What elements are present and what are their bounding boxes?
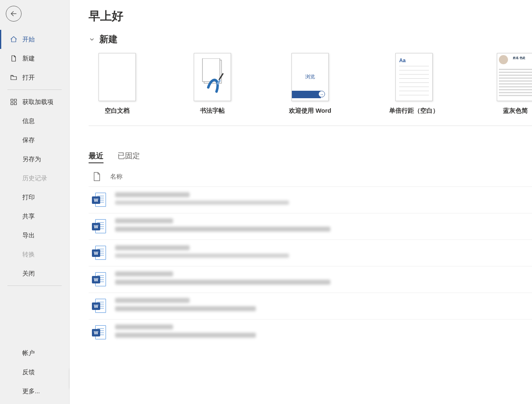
sidebar-item-label: 导出	[22, 232, 35, 239]
template-item[interactable]: 浏览 → 欢迎使用 Word	[289, 53, 331, 115]
sidebar-item-label: 获取加载项	[22, 98, 53, 106]
sidebar-item-label: 关闭	[22, 270, 35, 278]
back-arrow-icon	[10, 10, 17, 17]
sidebar-item-信息[interactable]: 信息	[0, 111, 69, 131]
recent-file-row[interactable]: W	[89, 319, 532, 346]
sidebar-item-label: 更多...	[22, 387, 40, 395]
sidebar-item-label: 反馈	[22, 368, 35, 376]
word-doc-icon: W	[92, 246, 106, 261]
sidebar-item-获取加载项[interactable]: 获取加载项	[0, 92, 69, 111]
home-icon	[9, 36, 18, 43]
sidebar-item-反馈[interactable]: 反馈	[0, 363, 69, 382]
sidebar-item-label: 打印	[22, 194, 35, 201]
tab-已固定[interactable]: 已固定	[118, 151, 140, 163]
recent-file-text	[115, 298, 256, 314]
sidebar-item-label: 帐户	[22, 349, 35, 357]
sidebar-item-转换: 转换	[0, 245, 69, 264]
recent-file-row[interactable]: W	[89, 186, 532, 213]
arrow-right-icon: →	[318, 91, 325, 97]
word-doc-icon: W	[92, 272, 106, 287]
sidebar-item-label: 开始	[22, 36, 35, 44]
tab-最近[interactable]: 最近	[89, 151, 104, 163]
word-doc-icon: W	[92, 299, 106, 314]
word-doc-icon: W	[92, 219, 106, 234]
template-thumb-calligraphy	[194, 53, 231, 101]
template-thumb-resume: 姓名 色处	[497, 53, 532, 101]
svg-rect-2	[14, 99, 17, 101]
sidebar-item-关闭[interactable]: 关闭	[0, 264, 69, 283]
template-label: 欢迎使用 Word	[289, 107, 331, 115]
sidebar-divider	[7, 285, 62, 286]
back-button[interactable]	[6, 6, 22, 22]
templates-row: 空白文档 书法字帖 浏览 → 欢迎使用 WordAa单倍行距（空白） 姓名 色处…	[89, 53, 532, 126]
template-item[interactable]: 书法字帖	[194, 53, 231, 115]
template-item[interactable]: 空白文档	[99, 53, 136, 115]
avatar-placeholder-icon	[499, 55, 508, 64]
sidebar-item-更多...[interactable]: 更多...	[0, 382, 69, 401]
template-label: 空白文档	[105, 107, 130, 115]
recent-file-text	[115, 324, 256, 341]
sidebar-divider	[7, 90, 62, 90]
sidebar-item-打印[interactable]: 打印	[0, 188, 69, 207]
template-label: 蓝灰色简	[503, 107, 528, 115]
word-doc-icon: W	[92, 325, 106, 340]
calligraphy-icon	[200, 58, 225, 96]
sidebar-item-label: 历史记录	[22, 174, 47, 182]
welcome-thumb-text: 浏览	[293, 73, 327, 80]
sidebar-item-导出[interactable]: 导出	[0, 226, 69, 245]
sidebar-item-另存为[interactable]: 另存为	[0, 150, 69, 169]
file-icon	[93, 172, 101, 181]
recent-file-text	[115, 245, 289, 261]
template-label: 单倍行距（空白）	[389, 107, 439, 115]
template-item[interactable]: 姓名 色处 蓝灰色简	[497, 53, 532, 115]
sidebar-item-label: 另存为	[22, 155, 41, 163]
sidebar-item-新建[interactable]: 新建	[0, 49, 69, 68]
new-section-header[interactable]: 新建	[89, 33, 532, 46]
recent-list-header: 名称	[89, 167, 532, 186]
sidebar-item-label: 转换	[22, 251, 35, 259]
recent-file-row[interactable]: W	[89, 293, 532, 319]
sidebar-item-label: 信息	[22, 117, 35, 125]
addins-icon	[9, 98, 18, 106]
sidebar-item-历史记录: 历史记录	[0, 169, 69, 188]
chevron-down-icon	[89, 36, 95, 43]
backstage-sidebar: 开始新建打开 获取加载项 信息保存另存为历史记录打印共享导出转换关闭 帐户反馈更…	[0, 0, 70, 404]
sidebar-item-开始[interactable]: 开始	[0, 30, 69, 49]
recent-files-list: W W W W W	[89, 186, 532, 346]
column-name-label: 名称	[110, 173, 123, 181]
svg-rect-3	[11, 103, 13, 105]
recent-file-text	[115, 271, 330, 288]
recent-file-row[interactable]: W	[89, 213, 532, 239]
sidebar-item-共享[interactable]: 共享	[0, 207, 69, 226]
sidebar-item-label: 保存	[22, 136, 35, 144]
recent-file-row[interactable]: W	[89, 239, 532, 266]
resume-thumb-title: 姓名 色处	[513, 56, 525, 60]
svg-rect-6	[202, 58, 220, 82]
new-file-icon	[9, 55, 18, 62]
sidebar-item-label: 共享	[22, 213, 35, 220]
main-content: 早上好 新建 空白文档 书法字帖 浏览 → 欢迎使用 WordAa单倍行距（空白…	[70, 0, 532, 404]
sidebar-item-label: 打开	[22, 74, 35, 82]
sidebar-item-帐户[interactable]: 帐户	[0, 344, 69, 363]
template-thumb-blank	[99, 53, 136, 101]
open-folder-icon	[9, 74, 18, 81]
recent-file-row[interactable]: W	[89, 266, 532, 293]
template-item[interactable]: Aa单倍行距（空白）	[389, 53, 439, 115]
template-thumb-single-spacing: Aa	[395, 53, 433, 101]
sidebar-item-保存[interactable]: 保存	[0, 131, 69, 150]
recent-tabs: 最近已固定	[89, 151, 532, 163]
word-doc-icon: W	[92, 193, 106, 208]
template-thumb-welcome: 浏览 →	[291, 53, 329, 101]
recent-file-text	[115, 218, 330, 235]
sidebar-item-label: 新建	[22, 55, 35, 63]
template-label: 书法字帖	[200, 107, 225, 115]
svg-rect-4	[14, 103, 17, 105]
greeting-title: 早上好	[89, 8, 532, 24]
sidebar-item-打开[interactable]: 打开	[0, 68, 69, 87]
new-section-label: 新建	[99, 33, 118, 46]
recent-file-text	[115, 192, 289, 208]
svg-rect-1	[11, 99, 13, 101]
aa-text-icon: Aa	[399, 58, 405, 63]
